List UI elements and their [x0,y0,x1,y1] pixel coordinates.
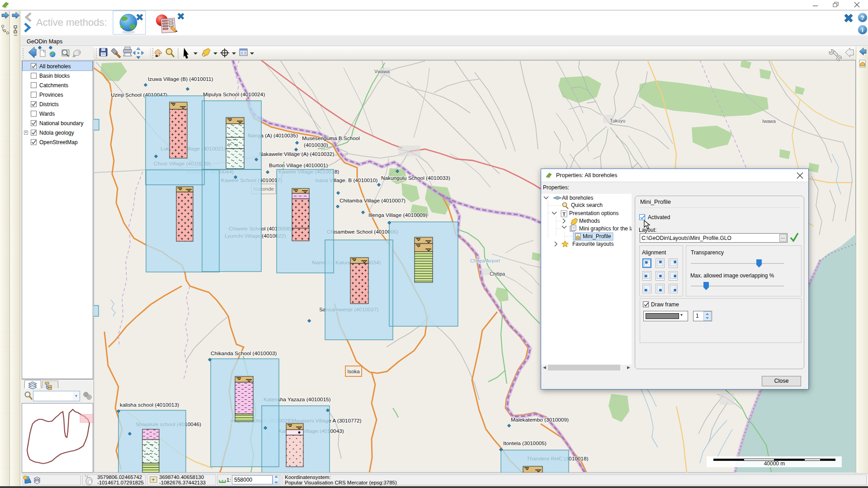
svg-text:Iwawa: Iwawa [762,118,776,124]
svg-text:Burton Village (4010001): Burton Village (4010001) [269,162,328,169]
svg-text:Illenga Village (4010009): Illenga Village (4010009) [368,212,427,218]
svg-text:Vwawa: Vwawa [374,69,390,74]
svg-text:Mipulya School (4010024): Mipulya School (4010024) [203,91,265,98]
svg-text:(4010030): (4010030) [304,142,328,148]
svg-text:Chitipa Airport: Chitipa Airport [470,258,500,263]
svg-text:Chisambwe School (4010006): Chisambwe School (4010006) [327,229,398,235]
svg-text:Isoka: Isoka [347,369,360,374]
svg-text:Malekatembo (3010009): Malekatembo (3010009) [511,417,569,423]
svg-text:Chitipa: Chitipa [490,271,505,277]
svg-text:Chitamba Village (4010007): Chitamba Village (4010007) [340,197,406,204]
svg-text:Nakawele Village (A) (4010032): Nakawele Village (A) (4010032) [259,151,334,157]
svg-text:40000 m: 40000 m [764,460,785,467]
svg-text:T: T [562,211,566,217]
svg-text:Nakungulu School (4010033): Nakungulu School (4010033) [381,175,450,181]
svg-text:Itontela (3010005): Itontela (3010005) [503,440,547,446]
svg-text:Chikanda School (4010003): Chikanda School (4010003) [211,350,277,357]
svg-text:kalisha school (4010013): kalisha school (4010013) [120,402,179,408]
svg-text:Izuwa Village (B) (4010011): Izuwa Village (B) (4010011) [148,76,213,82]
svg-text:Musesenguma B.School: Musesenguma B.School [302,135,360,141]
svg-text:Tukuyu: Tukuyu [610,118,625,123]
